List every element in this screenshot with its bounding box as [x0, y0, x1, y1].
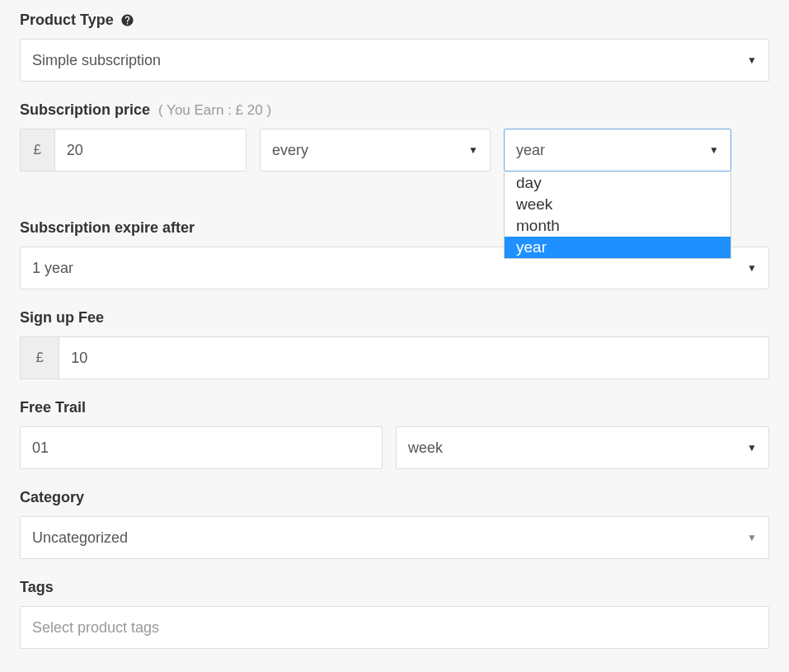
interval-option-week[interactable]: week [505, 194, 730, 215]
product-type-value: Simple subscription [32, 52, 161, 69]
tags-select[interactable]: Select product tags [20, 606, 769, 649]
interval-option-year[interactable]: year [505, 237, 730, 258]
earn-hint: ( You Earn : £ 20 ) [158, 102, 271, 119]
tags-label: Tags [20, 579, 54, 596]
interval-option-day[interactable]: day [505, 172, 730, 194]
interval-unit-dropdown: day week month year [504, 172, 731, 259]
free-trail-group: Free Trail week ▼ [20, 399, 769, 469]
signup-fee-input-group: £ [20, 336, 769, 379]
category-label-row: Category [20, 489, 769, 506]
interval-word-select[interactable]: every ▼ [260, 129, 491, 172]
interval-option-month[interactable]: month [505, 215, 730, 237]
currency-symbol: £ [20, 336, 59, 379]
tags-group: Tags Select product tags [20, 579, 769, 649]
tags-placeholder: Select product tags [32, 619, 159, 637]
subscription-expire-label: Subscription expire after [20, 219, 195, 237]
signup-fee-group: Sign up Fee £ [20, 309, 769, 379]
interval-unit-select[interactable]: year ▼ [504, 129, 731, 172]
product-type-select[interactable]: Simple subscription ▼ [20, 39, 769, 82]
subscription-expire-value: 1 year [32, 260, 73, 277]
subscription-price-label-row: Subscription price ( You Earn : £ 20 ) [20, 101, 769, 119]
subscription-price-label: Subscription price [20, 101, 150, 119]
free-trail-label-row: Free Trail [20, 399, 769, 416]
free-trail-row: week ▼ [20, 426, 769, 469]
product-type-label-row: Product Type [20, 12, 769, 29]
price-input[interactable] [54, 129, 247, 172]
price-input-group: £ [20, 129, 247, 172]
chevron-down-icon: ▼ [747, 442, 757, 453]
chevron-down-icon: ▼ [468, 144, 478, 156]
free-trail-unit-select[interactable]: week ▼ [396, 426, 769, 469]
signup-fee-label-row: Sign up Fee [20, 309, 769, 327]
free-trail-label: Free Trail [20, 399, 86, 416]
subscription-price-row: £ every ▼ year ▼ day week month year [20, 129, 769, 172]
product-type-label: Product Type [20, 12, 114, 29]
category-select[interactable]: Uncategorized ▼ [20, 516, 769, 559]
chevron-down-icon: ▼ [709, 144, 719, 156]
interval-unit-value: year [516, 142, 545, 159]
signup-fee-label: Sign up Fee [20, 309, 104, 327]
chevron-down-icon: ▼ [747, 262, 757, 274]
category-group: Category Uncategorized ▼ [20, 489, 769, 559]
chevron-down-icon: ▼ [747, 532, 757, 543]
signup-fee-input[interactable] [59, 336, 769, 379]
chevron-down-icon: ▼ [747, 54, 757, 66]
currency-symbol: £ [20, 129, 54, 172]
category-value: Uncategorized [32, 529, 128, 547]
free-trail-amount-input[interactable] [20, 426, 383, 469]
tags-label-row: Tags [20, 579, 769, 596]
interval-word-value: every [272, 142, 308, 159]
subscription-price-group: Subscription price ( You Earn : £ 20 ) £… [20, 101, 769, 172]
free-trail-unit-value: week [408, 439, 443, 457]
category-label: Category [20, 489, 84, 506]
help-icon[interactable] [120, 13, 135, 28]
product-type-group: Product Type Simple subscription ▼ [20, 12, 769, 82]
